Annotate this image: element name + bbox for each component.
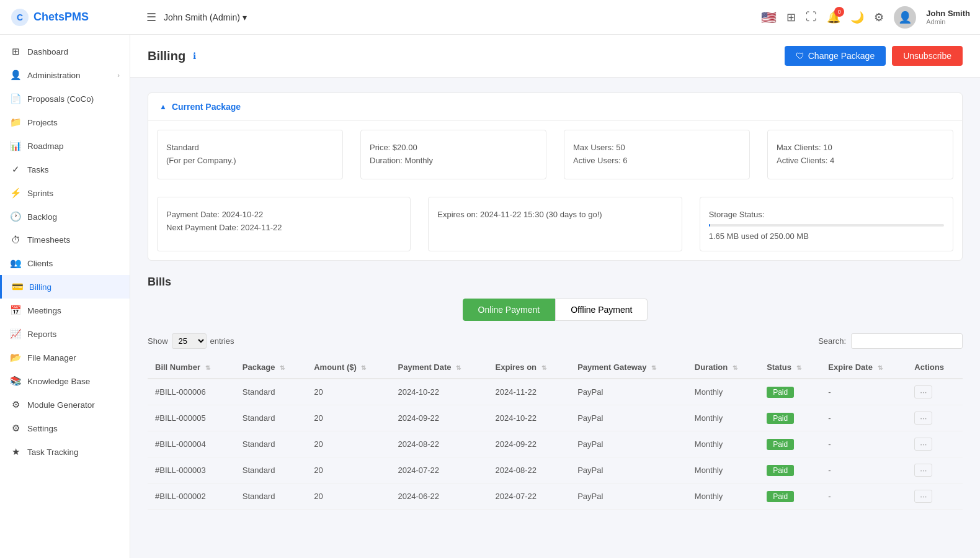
sidebar-item-billing[interactable]: 💳 Billing [0,275,130,299]
package-name: Standard [166,143,334,152]
online-payment-tab[interactable]: Online Payment [463,299,556,321]
sidebar-item-roadmap[interactable]: 📊 Roadmap [0,134,130,158]
bill-number-cell[interactable]: #BILL-000002 [148,484,235,510]
action-menu-button[interactable]: ··· [914,412,932,425]
actions-cell[interactable]: ··· [907,457,963,484]
nav-right: 🇺🇸 ⊞ ⛶ 🔔 0 🌙 ⚙ 👤 John Smith Admin [761,6,970,29]
storage-fill [709,224,711,227]
sidebar-item-clients[interactable]: 👥 Clients [0,251,130,275]
sidebar-item-meetings[interactable]: 📅 Meetings [0,299,130,322]
package-icon: 🛡 [796,51,804,61]
settings-icon[interactable]: ⚙ [874,11,884,24]
sidebar-item-knowledge-base[interactable]: 📚 Knowledge Base [0,369,130,393]
storage-label: Storage Status: [709,210,944,219]
layout: ⊞ Dashboard 👤 Administration › 📄 Proposa… [0,35,980,558]
theme-toggle-icon[interactable]: 🌙 [850,11,864,24]
change-package-label: Change Package [808,51,875,61]
bill-number-cell[interactable]: #BILL-000003 [148,457,235,484]
section-header[interactable]: ▲ Current Package [148,93,962,121]
sidebar-item-projects[interactable]: 📁 Projects [0,110,130,134]
package-cards-row2: Payment Date: 2024-10-22 Next Payment Da… [148,188,962,260]
col-duration[interactable]: Duration ⇅ [687,356,759,379]
sidebar-item-task-tracking[interactable]: ★ Task Tracking [0,440,130,464]
duration-value: Monthly [404,156,433,165]
col-payment-date[interactable]: Payment Date ⇅ [391,356,488,379]
col-expire-date[interactable]: Expire Date ⇅ [821,356,907,379]
sidebar: ⊞ Dashboard 👤 Administration › 📄 Proposa… [0,35,130,558]
hamburger-icon[interactable]: ☰ [146,11,156,24]
max-users-label: Max Users: [573,143,614,152]
sidebar-item-timesheets[interactable]: ⏱ Timesheets [0,228,130,251]
active-users-label: Active Users: [573,156,621,165]
sidebar-item-backlog[interactable]: 🕐 Backlog [0,205,130,228]
bill-number-cell[interactable]: #BILL-000006 [148,379,235,405]
sidebar-item-dashboard[interactable]: ⊞ Dashboard [0,40,130,63]
col-bill-number[interactable]: Bill Number ⇅ [148,356,235,379]
user-selector[interactable]: John Smith (Admin) ▾ [164,12,247,22]
notification-bell[interactable]: 🔔 0 [827,11,840,24]
next-payment-line: Next Payment Date: 2024-11-22 [166,223,401,232]
action-menu-button[interactable]: ··· [914,490,932,503]
action-menu-button[interactable]: ··· [914,385,932,398]
offline-payment-tab[interactable]: Offline Payment [555,299,648,321]
actions-cell[interactable]: ··· [907,405,963,431]
bill-number-cell[interactable]: #BILL-000005 [148,405,235,431]
apps-icon[interactable]: ⊞ [786,11,796,24]
active-clients-line: Active Clients: 4 [777,156,944,165]
col-amount[interactable]: Amount ($) ⇅ [306,356,390,379]
entries-label: entries [210,336,234,346]
col-actions: Actions [907,356,963,379]
expires-card: Expires on: 2024-11-22 15:30 (30 days to… [428,197,682,251]
action-menu-button[interactable]: ··· [914,464,932,477]
sidebar-label-sprints: Sprints [27,189,53,198]
nav-user-label: John Smith (Admin) [164,12,240,22]
entries-select[interactable]: 25 10 50 100 [172,333,207,349]
sidebar-label-clients: Clients [27,259,53,268]
sidebar-item-tasks[interactable]: ✓ Tasks [0,158,130,181]
bill-number-cell[interactable]: #BILL-000004 [148,431,235,457]
table-controls: Show 25 10 50 100 entries Search: [148,333,963,349]
page-header: Billing ℹ 🛡 Change Package Unsubscribe [130,35,980,78]
sidebar-item-reports[interactable]: 📈 Reports [0,322,130,346]
payment-tabs: Online Payment Offline Payment [148,299,963,321]
sidebar-item-settings[interactable]: ⚙ Settings [0,416,130,440]
gateway-cell: PayPal [570,379,687,405]
bills-table: Bill Number ⇅ Package ⇅ Amount ($) ⇅ Pay… [148,356,963,510]
bills-tbody: #BILL-000006 Standard 20 2024-10-22 2024… [148,379,963,510]
sidebar-item-sprints[interactable]: ⚡ Sprints [0,181,130,205]
roadmap-icon: 📊 [10,140,21,151]
actions-cell[interactable]: ··· [907,484,963,510]
actions-cell[interactable]: ··· [907,379,963,405]
change-package-button[interactable]: 🛡 Change Package [785,46,886,66]
package-cell: Standard [235,431,306,457]
sidebar-item-file-manager[interactable]: 📂 File Manager [0,346,130,369]
actions-cell[interactable]: ··· [907,431,963,457]
search-input[interactable] [851,333,963,349]
table-row: #BILL-000003 Standard 20 2024-07-22 2024… [148,457,963,484]
sidebar-label-dashboard: Dashboard [27,47,68,56]
payment-date-cell: 2024-06-22 [391,484,488,510]
max-clients-label: Max Clients: [777,143,821,152]
sidebar-label-roadmap: Roadmap [27,142,64,151]
sidebar-item-proposals[interactable]: 📄 Proposals (CoCo) [0,87,130,110]
action-menu-button[interactable]: ··· [914,438,932,451]
sidebar-item-module-generator[interactable]: ⚙ Module Generator [0,393,130,416]
unsubscribe-button[interactable]: Unsubscribe [892,46,963,66]
col-package[interactable]: Package ⇅ [235,356,306,379]
fullscreen-icon[interactable]: ⛶ [806,11,817,24]
col-expires-on[interactable]: Expires on ⇅ [488,356,571,379]
expires-on-cell: 2024-09-22 [488,431,571,457]
sidebar-item-administration[interactable]: 👤 Administration › [0,63,130,87]
expires-label: Expires on: [437,210,478,219]
max-users-value: 50 [616,143,625,152]
gateway-cell: PayPal [570,484,687,510]
language-flag[interactable]: 🇺🇸 [761,10,777,25]
payment-date-label: Payment Date: [166,210,220,219]
expire-date-cell: - [821,379,907,405]
info-icon[interactable]: ℹ [193,51,196,61]
payment-date-cell: 2024-09-22 [391,405,488,431]
sidebar-label-module-generator: Module Generator [27,400,95,410]
unsubscribe-label: Unsubscribe [903,51,951,61]
col-status[interactable]: Status ⇅ [759,356,821,379]
col-gateway[interactable]: Payment Gateway ⇅ [570,356,687,379]
